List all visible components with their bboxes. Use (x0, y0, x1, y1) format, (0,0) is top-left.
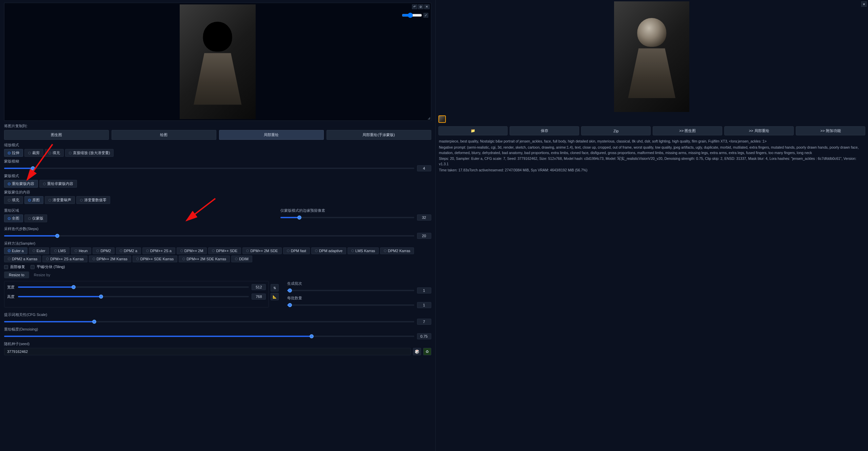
copy-to-inpaint-button[interactable]: 局部重绘 (219, 130, 324, 140)
resize-mode-option-1[interactable]: 裁剪 (24, 149, 43, 157)
masked-content-option-3[interactable]: 潜变量数值零 (76, 196, 110, 204)
sampler-option-7[interactable]: DPM++ 2M (177, 247, 207, 254)
canvas-undo-button[interactable]: ↶ (412, 4, 417, 9)
batch-size-slider[interactable] (287, 304, 414, 306)
sampler-option-9[interactable]: DPM++ 2M SDE (242, 247, 281, 254)
brush-expand-button[interactable]: ⤢ (423, 13, 428, 18)
radio-dot-icon (96, 249, 99, 252)
tiling-checkbox[interactable]: 平铺/分块 (Tiling) (31, 264, 65, 269)
mask-mode-option-0[interactable]: 重绘蒙版内容 (4, 180, 38, 188)
face-restore-checkbox[interactable]: 面部修复 (4, 264, 25, 269)
radio-dot-icon (8, 152, 11, 154)
resize-mode-option-0[interactable]: 拉伸 (4, 149, 23, 157)
open-folder-button[interactable]: 📁 (438, 126, 508, 135)
sampler-option-10[interactable]: DPM fast (283, 247, 310, 254)
sampler-option-label: DPM2 Karras (388, 249, 410, 253)
sampler-option-label: DPM++ 2M (184, 249, 203, 253)
sampler-option-label: DPM++ 2M SDE (250, 249, 278, 253)
masked-content-option-label: 潜变量数值零 (84, 198, 106, 203)
sampler-option-6[interactable]: DPM++ 2S a (142, 247, 175, 254)
resize-mode-option-2[interactable]: 填充 (45, 149, 64, 157)
height-slider[interactable] (18, 296, 249, 297)
sampler-option-12[interactable]: LMS Karras (348, 247, 379, 254)
canvas-close-button[interactable]: ✕ (424, 4, 430, 9)
steps-slider[interactable] (4, 235, 414, 237)
resize-handle-icon[interactable]: ◢ (428, 116, 430, 120)
width-slider[interactable] (18, 286, 249, 288)
sampler-option-2[interactable]: LMS (51, 247, 70, 254)
denoise-slider[interactable] (4, 336, 414, 337)
steps-label: 采样迭代步数(Steps) (4, 226, 431, 231)
output-image[interactable] (438, 1, 866, 112)
radio-dot-icon (384, 249, 387, 252)
output-thumbnail[interactable] (438, 115, 446, 123)
sampler-option-label: DPM++ SDE Karras (140, 257, 174, 261)
sampler-option-3[interactable]: Heun (71, 247, 91, 254)
resize-to-tab[interactable]: Resize to (4, 271, 29, 278)
send-extras-button[interactable]: >> 附加功能 (796, 126, 865, 135)
resize-mode-option-label: 裁剪 (32, 150, 40, 155)
send-img2img-button[interactable]: >> 图生图 (653, 126, 722, 135)
sampler-option-19[interactable]: DDIM (231, 256, 252, 262)
sampler-option-label: DPM++ 2M SDE Karras (186, 257, 226, 261)
sampler-option-17[interactable]: DPM++ SDE Karras (133, 256, 177, 262)
inpaint-padding-value[interactable]: 32 (417, 214, 431, 221)
panel-close-button[interactable]: ✕ (861, 1, 867, 7)
brush-size-slider[interactable] (402, 13, 422, 18)
seed-random-button[interactable]: 🎲 (413, 348, 421, 355)
seed-input[interactable] (4, 348, 411, 355)
sampler-option-label: LMS Karras (355, 249, 375, 253)
sampler-option-label: Euler a (12, 249, 24, 253)
resize-by-tab[interactable]: Resize by (29, 271, 55, 278)
batch-count-slider[interactable] (287, 290, 414, 291)
width-value[interactable]: 512 (252, 284, 266, 290)
mask-blur-slider[interactable] (4, 168, 414, 169)
sampler-option-1[interactable]: Euler (29, 247, 49, 254)
masked-content-option-2[interactable]: 潜变量噪声 (45, 196, 75, 204)
height-value[interactable]: 768 (252, 294, 266, 300)
inpaint-area-option-1[interactable]: 仅蒙版 (24, 214, 47, 222)
mask-blur-value[interactable]: 4 (417, 165, 431, 171)
sampler-option-0[interactable]: Euler a (4, 247, 27, 254)
cfg-value[interactable]: 7 (417, 319, 431, 325)
resize-mode-label: 缩放模式 (4, 143, 431, 148)
steps-value[interactable]: 20 (417, 233, 431, 239)
sampler-option-8[interactable]: DPM++ SDE (208, 247, 241, 254)
inpaint-padding-slider[interactable] (280, 217, 414, 218)
sampler-option-label: DPM++ SDE (216, 249, 237, 253)
sampler-option-11[interactable]: DPM adaptive (311, 247, 346, 254)
inpaint-area-option-0[interactable]: 全图 (4, 214, 23, 222)
masked-content-option-label: 原图 (32, 198, 40, 203)
radio-dot-icon (28, 199, 31, 202)
send-inpaint-button[interactable]: >> 局部重绘 (724, 126, 794, 135)
masked-content-option-1[interactable]: 原图 (24, 196, 43, 204)
sampler-option-14[interactable]: DPM2 a Karras (4, 256, 41, 262)
batch-size-value[interactable]: 1 (417, 302, 431, 308)
batch-count-value[interactable]: 1 (417, 287, 431, 294)
radio-dot-icon (48, 199, 51, 202)
zip-button[interactable]: Zip (581, 126, 651, 135)
radio-dot-icon (180, 249, 183, 252)
height-label: 高度 (7, 294, 15, 299)
sampler-option-13[interactable]: DPM2 Karras (380, 247, 414, 254)
sampler-option-16[interactable]: DPM++ 2M Karras (89, 256, 131, 262)
sampler-option-label: DPM fast (291, 249, 306, 253)
resize-mode-option-3[interactable]: 直接缩放 (放大潜变量) (65, 149, 114, 157)
masked-content-option-0[interactable]: 填充 (4, 196, 23, 204)
mask-mode-option-1[interactable]: 重绘非蒙版内容 (39, 180, 77, 188)
inpaint-canvas[interactable]: ↶ ⊘ ✕ ⤢ ◢ (4, 3, 431, 121)
copy-to-inpaint-sketch-button[interactable]: 局部重绘(手涂蒙版) (327, 130, 431, 140)
sampler-option-15[interactable]: DPM++ 2S a Karras (42, 256, 87, 262)
copy-to-img2img-button[interactable]: 图生图 (4, 130, 109, 140)
denoise-value[interactable]: 0.75 (417, 333, 431, 339)
sampler-option-18[interactable]: DPM++ 2M SDE Karras (179, 256, 230, 262)
sampler-option-4[interactable]: DPM2 (93, 247, 115, 254)
sampler-option-5[interactable]: DPM2 a (116, 247, 141, 254)
swap-dims-button[interactable]: ⇅ (271, 284, 279, 292)
copy-to-sketch-button[interactable]: 绘图 (112, 130, 216, 140)
canvas-clear-button[interactable]: ⊘ (418, 4, 423, 9)
save-button[interactable]: 保存 (510, 126, 579, 135)
cfg-slider[interactable] (4, 321, 414, 322)
aspect-lock-button[interactable]: 📐 (271, 293, 279, 300)
seed-reuse-button[interactable]: ♻ (423, 348, 431, 355)
